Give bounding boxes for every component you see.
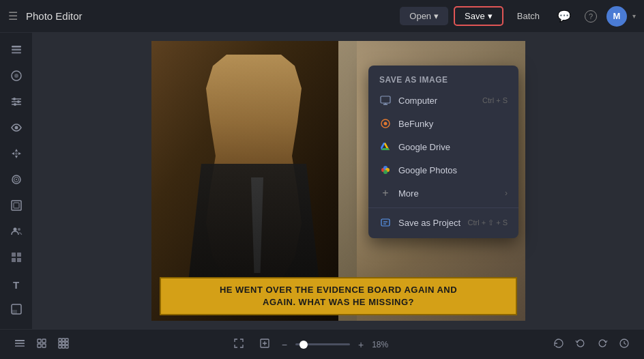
zoom-actual-button[interactable] [256,334,274,355]
chat-icon: 💬 [557,10,571,22]
svg-rect-55 [62,345,65,348]
save-befunky-item[interactable]: BeFunky [368,112,518,135]
effects-icon [10,70,23,85]
svg-point-12 [15,152,18,155]
reset-button[interactable] [550,334,568,355]
save-more-label: More [398,188,419,199]
view-icon [10,121,23,137]
bottom-toolbar: − + 18% [0,329,644,359]
undo-button[interactable] [572,334,589,355]
redo-button[interactable] [594,334,611,355]
svg-point-29 [384,122,387,126]
save-gphotos-item[interactable]: Google Photos [368,158,518,182]
svg-rect-16 [12,201,21,210]
save-computer-item[interactable]: Computer Ctrl + S [368,89,518,112]
svg-rect-53 [65,342,68,345]
dropdown-divider [368,207,518,208]
adjustments-icon [10,96,23,111]
svg-rect-1 [12,48,21,51]
layers-icon [10,44,23,59]
zoom-slider[interactable] [295,343,350,345]
zoom-fit-icon [233,338,244,351]
svg-rect-52 [62,342,65,345]
sidebar-item-view[interactable] [3,117,29,141]
svg-rect-2 [12,46,21,48]
svg-point-10 [14,103,16,106]
text-icon: T [13,279,19,291]
svg-rect-43 [15,340,25,341]
svg-point-8 [17,100,20,103]
frames-tool-button[interactable] [33,334,50,355]
batch-button[interactable]: Batch [509,7,548,25]
sidebar-item-transform[interactable] [3,143,29,167]
more-arrow-icon: › [505,188,508,198]
people-icon [10,225,23,241]
save-more-item[interactable]: + More › [368,182,518,205]
chat-button[interactable]: 💬 [553,5,575,27]
svg-rect-0 [12,52,21,54]
dropdown-overlay: Save as Image Computer Ctrl + S [33,66,644,329]
svg-rect-45 [42,339,46,343]
save-computer-shortcut: Ctrl + S [482,96,508,104]
header-actions: Open ▾ Save ▾ Batch 💬 ? M ▾ [400,5,636,27]
sidebar: T [0,33,33,329]
grid-tool-button[interactable] [55,334,72,355]
more-plus-icon: + [379,187,392,199]
svg-point-37 [383,170,387,174]
svg-point-18 [13,227,16,231]
avatar-chevron[interactable]: ▾ [632,12,636,20]
zoom-value-label: 18% [372,340,392,349]
help-icon: ? [585,10,597,23]
header: ☰ Photo Editor Open ▾ Save ▾ Batch 💬 ? M… [0,0,644,33]
save-button[interactable]: Save ▾ [454,6,503,26]
sidebar-item-text[interactable]: T [3,273,29,296]
svg-point-11 [14,126,18,129]
zoom-plus-button[interactable]: + [358,339,364,350]
save-gdrive-item[interactable]: Google Drive [368,135,518,158]
canvas-area: HE WENT OVER THE EVIDENCE BOARD AGAIN AN… [33,33,644,329]
save-gphotos-label: Google Photos [398,165,457,175]
layers-tool-button[interactable] [11,334,29,355]
svg-rect-42 [15,343,25,344]
save-computer-label: Computer [398,96,437,106]
bottom-left-tools [11,334,72,355]
save-project-item[interactable]: Save as Project Ctrl + ⇧ + S [368,211,518,234]
sidebar-item-effects[interactable] [3,66,29,89]
avatar[interactable]: M [606,6,627,27]
sidebar-item-people[interactable] [3,221,29,244]
svg-rect-49 [62,339,65,341]
svg-rect-21 [17,253,21,257]
history-button[interactable] [615,334,633,355]
history-icon [619,338,630,351]
gdrive-icon [379,141,392,153]
svg-rect-25 [381,96,390,103]
svg-rect-23 [17,258,21,262]
svg-rect-38 [381,219,390,226]
svg-rect-41 [15,345,25,347]
help-button[interactable]: ? [581,5,601,27]
svg-rect-17 [14,203,19,208]
bottom-right-tools [550,334,633,355]
main-area: T [0,33,644,329]
svg-rect-46 [38,344,41,347]
sidebar-item-layers[interactable] [3,40,29,63]
sidebar-item-frames[interactable] [3,195,29,218]
save-gdrive-label: Google Drive [398,142,450,152]
stickers-icon [10,303,23,319]
save-project-label: Save as Project [398,218,460,228]
sidebar-item-stickers[interactable] [3,299,29,322]
filters-icon [10,173,23,189]
zoom-fit-button[interactable] [230,334,248,355]
menu-icon[interactable]: ☰ [8,10,18,23]
open-button[interactable]: Open ▾ [400,7,448,25]
sidebar-item-filters[interactable] [3,169,29,192]
save-dropdown: Save as Image Computer Ctrl + S [368,66,518,238]
svg-point-4 [14,74,18,78]
befunky-icon [379,117,392,130]
svg-rect-50 [65,339,68,341]
sidebar-item-graphics[interactable] [3,247,29,270]
dropdown-header: Save as Image [368,70,518,89]
graphics-icon [10,251,23,267]
zoom-minus-button[interactable]: − [282,339,287,350]
sidebar-item-adjustments[interactable] [3,91,29,115]
